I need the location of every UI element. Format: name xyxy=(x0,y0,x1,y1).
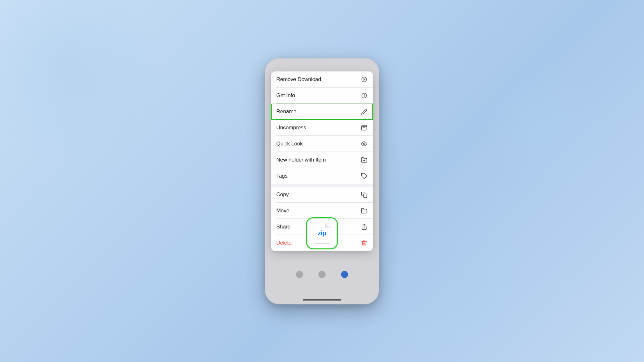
archivebox-icon xyxy=(361,124,368,131)
menu-item-share-label: Share xyxy=(276,224,290,230)
menu-item-delete-label: Delete xyxy=(276,240,291,246)
menu-item-uncompress[interactable]: Uncompress xyxy=(271,120,373,136)
menu-item-get-info-label: Get Info xyxy=(276,92,295,99)
svg-rect-6 xyxy=(362,126,367,130)
menu-item-move-label: Move xyxy=(276,208,289,214)
share-icon xyxy=(361,223,368,230)
menu-item-new-folder-with-item[interactable]: New Folder with Item xyxy=(271,152,373,168)
svg-point-5 xyxy=(364,94,365,95)
menu-item-tags[interactable]: Tags xyxy=(271,168,373,184)
page-indicator xyxy=(296,271,348,278)
menu-item-new-folder-with-item-label: New Folder with Item xyxy=(276,157,326,163)
xmark-circle-icon xyxy=(361,76,368,83)
iphone-screen: Remove Download Get Info xyxy=(265,59,379,304)
doc-on-doc-icon xyxy=(361,191,368,198)
menu-item-copy-label: Copy xyxy=(276,191,289,198)
tag-icon xyxy=(361,172,368,180)
menu-item-move[interactable]: Move xyxy=(271,203,373,219)
menu-item-remove-download[interactable]: Remove Download xyxy=(271,71,373,88)
bg-shape-1 xyxy=(0,0,161,161)
menu-item-quick-look-label: Quick Look xyxy=(276,141,303,147)
folder-icon xyxy=(361,207,368,214)
zip-file-label: zip xyxy=(318,229,326,237)
iphone-frame: Remove Download Get Info xyxy=(265,59,379,304)
eye-icon xyxy=(361,140,368,147)
pencil-icon xyxy=(361,108,368,115)
svg-point-8 xyxy=(364,143,365,144)
menu-item-quick-look[interactable]: Quick Look xyxy=(271,136,373,152)
trash-icon xyxy=(361,239,368,246)
page-dot-3-active xyxy=(341,271,348,278)
zip-file-inner: zip xyxy=(314,223,330,244)
bg-shape-3 xyxy=(483,64,612,193)
menu-item-remove-download-label: Remove Download xyxy=(276,76,321,83)
svg-rect-12 xyxy=(364,194,367,197)
folder-badge-plus-icon xyxy=(361,156,368,163)
menu-item-copy[interactable]: Copy xyxy=(271,187,373,203)
menu-item-uncompress-label: Uncompress xyxy=(276,125,306,131)
menu-item-get-info[interactable]: Get Info xyxy=(271,88,373,104)
info-circle-icon xyxy=(361,92,368,99)
zip-file-paper: zip xyxy=(314,223,330,244)
menu-item-rename[interactable]: Rename xyxy=(271,104,373,120)
menu-item-rename-label: Rename xyxy=(276,108,296,115)
menu-section-1: Remove Download Get Info xyxy=(271,71,373,184)
page-dot-1 xyxy=(296,271,303,278)
bg-shape-2 xyxy=(386,217,547,362)
zip-file-icon[interactable]: zip xyxy=(308,219,336,248)
menu-item-tags-label: Tags xyxy=(276,173,288,179)
home-indicator xyxy=(303,299,341,301)
page-dot-2 xyxy=(318,271,326,278)
